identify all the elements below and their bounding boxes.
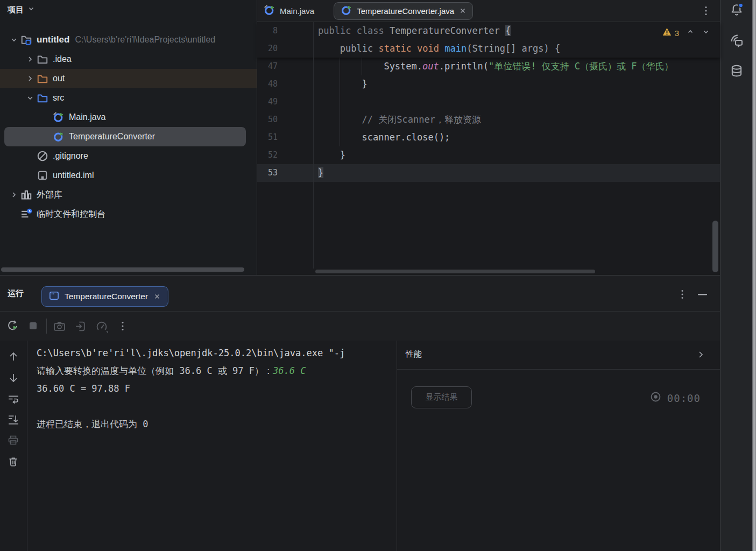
- scroll-up-icon[interactable]: [7, 350, 20, 363]
- indent-guide: [362, 58, 362, 75]
- rerun-icon[interactable]: [6, 320, 19, 333]
- tab-temperatureconverter-java[interactable]: TemperatureConverter.java: [334, 2, 473, 20]
- tree-item-label: .gitignore: [53, 151, 88, 161]
- indent-guide: [340, 58, 340, 146]
- chevron-spacer: [24, 169, 37, 182]
- line-number: 48: [257, 75, 278, 93]
- tree-item-.gitignore[interactable]: .gitignore: [0, 146, 257, 166]
- chevron-down-icon[interactable]: [24, 91, 37, 104]
- project-folder-icon: [20, 34, 32, 46]
- line-number: 51: [257, 129, 278, 146]
- import-test-results-icon[interactable]: [74, 320, 87, 333]
- code-line-50: 50// 关闭Scanner，释放资源: [257, 111, 720, 129]
- run-toolbar: [0, 311, 720, 341]
- chevron-down-icon: [27, 4, 36, 15]
- console-left-toolbar: [0, 341, 27, 551]
- tree-item-path: C:\Users\b're'ri'l\IdeaProjects\untitled: [75, 35, 215, 45]
- database-icon[interactable]: [729, 63, 745, 80]
- tree-item-label: untitled.iml: [53, 171, 94, 180]
- right-tool-stripe: [720, 0, 753, 551]
- clear-all-trash-icon[interactable]: [7, 456, 20, 469]
- tree-item-src[interactable]: src: [0, 88, 257, 108]
- code-text: public static void main(String[] args) {: [318, 40, 560, 58]
- line-number: 49: [257, 93, 278, 111]
- folder-blue-icon: [37, 92, 48, 104]
- folder-icon: [37, 53, 48, 65]
- console-window-icon: [48, 290, 60, 303]
- editor-vertical-scrollbar[interactable]: [712, 221, 718, 272]
- code-line-20: 20public static void main(String[] args)…: [257, 40, 720, 58]
- code-text: }: [318, 146, 345, 164]
- tree-item-label: .idea: [53, 54, 72, 64]
- close-icon[interactable]: [153, 292, 161, 301]
- chevron-right-icon[interactable]: [8, 188, 20, 201]
- chevron-spacer: [40, 130, 53, 143]
- code-line-53: 53}: [257, 164, 720, 182]
- tree-item-外部库[interactable]: 外部库: [0, 185, 257, 204]
- run-panel-title: 运行: [8, 288, 24, 299]
- code-line-47: 47System.out.println("单位错误! 仅支持 C（摄氏）或 F…: [257, 58, 720, 75]
- show-results-button[interactable]: 显示结果: [411, 386, 472, 408]
- tree-item-.idea[interactable]: .idea: [0, 50, 257, 69]
- ignored-icon: [37, 150, 48, 162]
- tree-item-临时文件和控制台[interactable]: 临时文件和控制台: [0, 204, 257, 224]
- tree-item-Main.java[interactable]: Main.java: [0, 108, 257, 127]
- chevron-right-icon[interactable]: [24, 72, 37, 85]
- project-panel-title: 项目: [8, 5, 24, 15]
- run-console-output[interactable]: C:\Users\b're'ri'l\.jdks\openjdk-25.0.2\…: [27, 341, 397, 551]
- code-text: // 关闭Scanner，释放资源: [318, 111, 481, 129]
- run-body: C:\Users\b're'ri'l\.jdks\openjdk-25.0.2\…: [0, 341, 720, 551]
- code-text: }: [318, 75, 368, 93]
- console-line: 请输入要转换的温度与单位（例如 36.6 C 或 97 F）：36.6 C: [37, 362, 397, 380]
- scratch-icon: [20, 208, 32, 220]
- tab-label: TemperatureConverter.java: [357, 6, 454, 16]
- tree-item-TemperatureConverter[interactable]: TemperatureConverter: [4, 127, 246, 146]
- scroll-to-end-icon[interactable]: [7, 413, 20, 426]
- sticky-lines-panel: 8public class TemperatureConverter {20pu…: [257, 22, 720, 58]
- prev-problem-chevron-up-icon[interactable]: [686, 27, 695, 38]
- tree-item-untitled[interactable]: untitledC:\Users\b're'ri'l\IdeaProjects\…: [0, 30, 257, 50]
- project-panel: 项目 untitledC:\Users\b're'ri'l\IdeaProjec…: [0, 0, 257, 275]
- tree-item-label: TemperatureConverter: [69, 132, 155, 142]
- tree-item-out[interactable]: out: [0, 69, 257, 88]
- code-line-48: 48}: [257, 75, 720, 93]
- project-horizontal-scrollbar[interactable]: [1, 267, 244, 272]
- toolbar-kebab-icon[interactable]: [116, 320, 129, 333]
- next-problem-chevron-down-icon[interactable]: [702, 27, 710, 38]
- chevron-right-icon[interactable]: [24, 53, 37, 66]
- class-run-icon: [53, 131, 65, 143]
- tab-options-kebab-icon[interactable]: [700, 4, 712, 17]
- console-line: [37, 398, 397, 415]
- scroll-down-icon[interactable]: [7, 371, 20, 384]
- profiler-gauge-icon[interactable]: [95, 320, 108, 333]
- project-panel-header[interactable]: 项目: [8, 4, 36, 15]
- code-text: public class TemperatureConverter {: [318, 22, 511, 40]
- stop-icon[interactable]: [27, 320, 40, 333]
- soft-wrap-icon[interactable]: [7, 392, 20, 405]
- print-icon[interactable]: [7, 434, 20, 447]
- close-icon[interactable]: [458, 6, 467, 15]
- toolbar-separator: [46, 319, 47, 334]
- code-editor[interactable]: 8public class TemperatureConverter {20pu…: [257, 22, 720, 275]
- notifications-bell-icon[interactable]: [729, 2, 745, 18]
- screenshot-camera-icon[interactable]: [53, 320, 66, 333]
- chevron-down-icon[interactable]: [8, 33, 20, 46]
- line-number: 8: [257, 22, 278, 40]
- tab-main-java[interactable]: Main.java: [257, 0, 321, 22]
- editor-horizontal-scrollbar[interactable]: [315, 270, 595, 273]
- minimize-icon[interactable]: [696, 288, 709, 301]
- tree-item-label: out: [53, 74, 65, 83]
- code-text: }: [318, 164, 323, 182]
- chevron-spacer: [24, 150, 37, 163]
- chevron-right-icon[interactable]: [695, 349, 706, 360]
- run-panel: 运行 TemperatureConverter: [0, 275, 720, 551]
- inspections-widget[interactable]: 3: [662, 27, 710, 38]
- performance-title: 性能: [406, 349, 422, 359]
- run-config-tab[interactable]: TemperatureConverter: [41, 286, 168, 307]
- line-number: 20: [257, 40, 278, 58]
- warning-count: 3: [675, 29, 679, 38]
- tree-item-untitled.iml[interactable]: untitled.iml: [0, 166, 257, 185]
- run-options-kebab-icon[interactable]: [676, 288, 689, 301]
- ai-assistant-icon[interactable]: [729, 32, 745, 48]
- performance-header[interactable]: 性能: [397, 341, 720, 370]
